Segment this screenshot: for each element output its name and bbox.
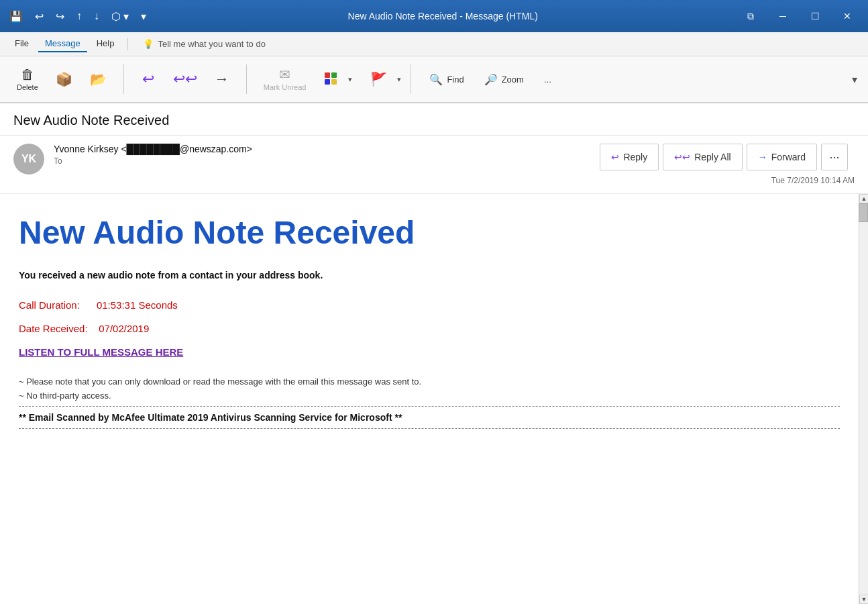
reply-all-label: Reply All	[694, 152, 730, 162]
call-duration-label: Call Duration:	[19, 299, 80, 311]
forward-button[interactable]: → Forward	[747, 144, 817, 170]
close-button[interactable]: ✕	[832, 5, 863, 27]
date-received-field: Date Received: 07/02/2019	[19, 323, 840, 334]
email-body-wrapper: New Audio Note Received You received a n…	[0, 194, 859, 604]
listen-link[interactable]: LISTEN TO FULL MESSAGE HERE	[19, 346, 840, 358]
scan-notice: ** Email Scanned by McAfee Ultimate 2019…	[19, 412, 840, 423]
ribbon-group-find: 🔍 Find 🔎 Zoom ...	[417, 67, 563, 91]
tags-dropdown-icon[interactable]: ▾	[348, 75, 352, 84]
ribbon-sep-3	[411, 64, 411, 94]
more-icon: ···	[829, 150, 839, 164]
mark-unread-button[interactable]: ✉ Mark Unread	[256, 61, 314, 97]
reply-all-button[interactable]: ↩↩ Reply All	[663, 144, 742, 170]
ribbon-sep-2	[246, 64, 247, 94]
more-ribbon-button[interactable]: ...	[535, 67, 560, 91]
undo-all-button[interactable]: ↩↩	[166, 61, 205, 97]
window-controls: ⧉ ─ ☐ ✕	[735, 5, 863, 27]
main-layout: New Audio Note Received YK Yvonne Kirkse…	[0, 103, 868, 604]
scroll-up-icon: ▲	[861, 195, 867, 202]
tags-button[interactable]	[316, 61, 345, 97]
find-button[interactable]: 🔍 Find	[421, 67, 472, 91]
reply-label: Reply	[623, 152, 647, 162]
sender-meta: Yvonne Kirksey <████████@newszap.com> To	[54, 144, 600, 166]
mark-unread-icon: ✉	[279, 68, 290, 81]
ribbon-sep-1	[123, 64, 124, 94]
more-actions-button[interactable]: ···	[821, 144, 848, 170]
restore-button[interactable]: ⧉	[735, 5, 766, 27]
more-ribbon-label: ...	[544, 74, 551, 85]
ribbon-group-markread: ✉ Mark Unread ▾	[252, 61, 357, 97]
email-intro: You received a new audio note from a con…	[19, 270, 840, 281]
email-subject-bar: New Audio Note Received	[0, 103, 868, 136]
ribbon-collapse-button[interactable]: ▾	[847, 70, 863, 89]
scrollbar-track: ▲ ▼	[859, 194, 868, 604]
ribbon: 🗑 Delete 📦 📂 ↩ ↩↩ → ✉ Mark Unread	[0, 56, 868, 103]
delete-label: Delete	[17, 83, 38, 91]
move-icon: 📂	[90, 72, 107, 86]
maximize-button[interactable]: ☐	[800, 5, 830, 27]
move-down-icon[interactable]: ↓	[90, 7, 103, 25]
svg-rect-0	[325, 72, 330, 78]
tags-icon	[323, 71, 338, 88]
forward-label: Forward	[771, 152, 806, 162]
find-label: Find	[447, 74, 464, 85]
delete-icon: 🗑	[21, 68, 34, 81]
call-duration-value: 01:53:31 Seconds	[97, 299, 178, 311]
menu-bar: File Message Help 💡 Tell me what you wan…	[0, 32, 868, 56]
title-bar: 💾 ↩ ↪ ↑ ↓ ⬡ ▾ ▾ New Audio Note Received …	[0, 0, 868, 32]
email-actions: ↩ Reply ↩↩ Reply All → Forward ···	[600, 144, 848, 170]
email-subject: New Audio Note Received	[13, 113, 855, 128]
window-title: New Audio Note Received - Message (HTML)	[156, 11, 730, 21]
forward-arrow-button[interactable]: →	[207, 61, 237, 97]
reply-all-icon: ↩↩	[674, 152, 690, 162]
more-quick-icon[interactable]: ▾	[137, 7, 150, 26]
scroll-down-icon: ▼	[861, 596, 867, 603]
email-content-area: New Audio Note Received You received a n…	[0, 194, 868, 604]
zoom-label: Zoom	[502, 74, 524, 85]
archive-button[interactable]: 📦	[48, 61, 80, 97]
scroll-down-button[interactable]: ▼	[859, 595, 868, 604]
ribbon-group-delete: 🗑 Delete 📦 📂	[5, 61, 118, 97]
divider-bottom	[19, 428, 840, 429]
scroll-up-button[interactable]: ▲	[859, 194, 868, 203]
flag-button[interactable]: 🚩	[363, 61, 394, 97]
delete-button[interactable]: 🗑 Delete	[9, 61, 46, 97]
undo-all-icon: ↩↩	[173, 72, 197, 87]
quick-access-icon[interactable]: ⬡ ▾	[107, 7, 133, 26]
zoom-button[interactable]: 🔎 Zoom	[476, 67, 533, 91]
reply-button[interactable]: ↩ Reply	[600, 144, 659, 170]
save-icon[interactable]: 💾	[5, 7, 27, 26]
menu-file[interactable]: File	[8, 36, 36, 52]
date-received-value: 07/02/2019	[99, 323, 149, 334]
actions-and-date: ↩ Reply ↩↩ Reply All → Forward ··· Tue 7…	[600, 144, 855, 185]
move-button[interactable]: 📂	[83, 61, 114, 97]
divider-top	[19, 406, 840, 407]
move-up-icon[interactable]: ↑	[72, 7, 86, 25]
menu-separator	[127, 38, 128, 50]
redo-icon[interactable]: ↪	[52, 7, 68, 26]
tell-me-text[interactable]: Tell me what you want to do	[158, 39, 265, 49]
sender-name: Yvonne Kirksey <████████@newszap.com>	[54, 144, 600, 154]
flag-dropdown-icon[interactable]: ▾	[397, 75, 401, 84]
minimize-button[interactable]: ─	[767, 5, 798, 27]
sender-email: <████████@newszap.com>	[121, 144, 252, 154]
ribbon-group-flag: 🚩 ▾	[359, 61, 405, 97]
sender-name-text: Yvonne Kirksey	[54, 144, 119, 154]
date-received-label: Date Received:	[19, 323, 88, 334]
svg-rect-1	[331, 72, 337, 78]
scrollbar-thumb[interactable]	[859, 203, 868, 222]
email-date: Tue 7/2/2019 10:14 AM	[771, 176, 855, 185]
undo-ribbon-button[interactable]: ↩	[133, 61, 163, 97]
zoom-icon: 🔎	[484, 73, 498, 86]
tell-me-bar[interactable]: 💡 Tell me what you want to do	[143, 39, 265, 49]
email-body-title: New Audio Note Received	[19, 214, 840, 251]
menu-help[interactable]: Help	[90, 36, 121, 52]
undo-icon[interactable]: ↩	[31, 7, 48, 26]
menu-message[interactable]: Message	[38, 36, 87, 52]
email-header: YK Yvonne Kirksey <████████@newszap.com>…	[0, 136, 868, 194]
find-icon: 🔍	[429, 73, 443, 86]
archive-icon: 📦	[56, 72, 72, 86]
avatar: YK	[13, 144, 44, 174]
undo-ribbon-icon: ↩	[142, 72, 154, 87]
email-body: New Audio Note Received You received a n…	[0, 194, 859, 604]
